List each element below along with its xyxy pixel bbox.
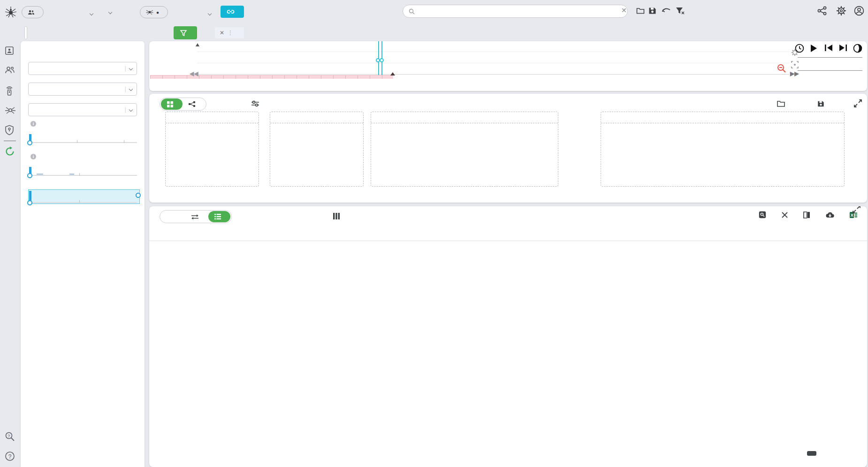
columns-button[interactable]: [333, 213, 343, 219]
share-icon[interactable]: [817, 6, 827, 15]
response-status-select[interactable]: |: [28, 83, 137, 96]
chart-zoom-icon[interactable]: [832, 114, 840, 121]
start-time-input[interactable]: [798, 56, 862, 58]
attach-button[interactable]: [221, 6, 244, 18]
compare-button[interactable]: [803, 211, 814, 218]
hide-card-icon[interactable]: [169, 114, 178, 121]
duration-slider[interactable]: [28, 189, 137, 209]
help-icon[interactable]: ?: [5, 451, 15, 461]
search-help-icon[interactable]: ?: [5, 431, 15, 442]
close-icon: [782, 212, 788, 218]
fit-view-icon[interactable]: [791, 61, 799, 68]
slider-handle[interactable]: [27, 173, 32, 178]
chart-zoom-icon[interactable]: [546, 114, 554, 121]
save-icon[interactable]: [648, 7, 656, 15]
spider-logo-icon: [4, 5, 18, 19]
clock-icon[interactable]: [795, 44, 804, 53]
view-tabs: [24, 26, 27, 39]
results-toolbar: X: [149, 206, 867, 227]
badge-icon[interactable]: [5, 46, 15, 56]
response-size-slider[interactable]: [28, 162, 137, 182]
undo-icon[interactable]: [662, 7, 671, 14]
y-axis-arrow: [196, 43, 199, 46]
parsing-status-select[interactable]: |: [28, 62, 137, 75]
end-time-input[interactable]: [798, 69, 862, 71]
http-response-panel: | | | i i: [21, 53, 145, 213]
skip-right-icon[interactable]: ▶▶: [790, 70, 799, 77]
contacts-icon[interactable]: [5, 66, 15, 76]
open-folder-icon[interactable]: [636, 7, 645, 15]
show-button[interactable]: [759, 211, 769, 218]
hide-card-icon[interactable]: [274, 114, 282, 121]
skip-left-icon[interactable]: ◀◀: [190, 70, 198, 77]
hide-card-icon[interactable]: [375, 114, 383, 121]
heatmap-plot: [601, 123, 844, 186]
spider-agent-icon[interactable]: [5, 106, 15, 116]
stats-icon: [167, 213, 175, 220]
skip-end-icon[interactable]: [838, 44, 848, 53]
account-icon[interactable]: [854, 6, 864, 16]
chip-close-icon[interactable]: ✕: [220, 30, 224, 36]
columns-icon: [333, 213, 340, 219]
tab-dashboard[interactable]: [161, 98, 183, 110]
save-dashboard-button[interactable]: [817, 100, 828, 107]
show-icon: [759, 211, 766, 218]
tab-sequence-diagram[interactable]: [185, 211, 208, 222]
slider-handle[interactable]: [27, 140, 32, 145]
time-controls: [795, 44, 862, 53]
clear-button[interactable]: [782, 212, 791, 218]
play-icon[interactable]: [809, 44, 819, 53]
tab-stats[interactable]: [161, 211, 185, 222]
filter-remove-icon[interactable]: [676, 7, 685, 15]
top-bar: ● ✕: [0, 0, 868, 23]
agent-dropdown-caret[interactable]: [208, 9, 211, 16]
configure-button[interactable]: [251, 100, 263, 107]
svg-text:?: ?: [8, 453, 12, 460]
team-select[interactable]: [22, 6, 44, 18]
expand-results-icon[interactable]: [853, 206, 860, 213]
time-mode-icon[interactable]: [853, 44, 862, 53]
chart-zoom-icon[interactable]: [246, 114, 255, 121]
tune-icon: [251, 100, 259, 107]
shield-icon[interactable]: [5, 125, 15, 135]
chip-drag-handle[interactable]: ⋮: [228, 30, 233, 36]
heatmap-card: [601, 112, 845, 187]
cloud-download-icon: [826, 211, 834, 218]
rail-divider: [4, 141, 16, 141]
content-length-slider[interactable]: [28, 129, 137, 149]
view-row: ✕ ⋮: [0, 21, 868, 39]
data-select[interactable]: [100, 6, 117, 18]
status-codes-card: [371, 112, 558, 187]
team-dropdown-caret[interactable]: [90, 9, 93, 16]
slider-handle[interactable]: [136, 193, 141, 198]
filters-button[interactable]: [174, 26, 197, 39]
download-button[interactable]: [826, 211, 838, 218]
content-length-label: i: [28, 121, 137, 127]
zoom-out-icon[interactable]: [777, 64, 786, 73]
gear-icon[interactable]: [836, 6, 846, 16]
svg-text:X: X: [851, 213, 853, 218]
skip-start-icon[interactable]: [824, 44, 833, 53]
info-icon: i: [30, 121, 36, 127]
filters-title: [21, 41, 145, 53]
load-button[interactable]: [777, 100, 789, 107]
compare-icon: [803, 211, 810, 218]
tab-map[interactable]: [183, 98, 205, 110]
refresh-icon[interactable]: [5, 146, 15, 157]
results-actions: X: [746, 211, 860, 218]
remote-device-icon[interactable]: [5, 85, 15, 96]
tab-list[interactable]: [208, 211, 230, 222]
search-input[interactable]: [403, 5, 628, 18]
agent-select[interactable]: ●: [140, 6, 168, 18]
expand-dashboard-icon[interactable]: [854, 99, 862, 107]
dashboard-panel: [149, 94, 867, 203]
search-clear-icon[interactable]: ✕: [621, 7, 627, 14]
link-icon: [227, 9, 235, 15]
slider-handle[interactable]: [27, 200, 32, 205]
selection-handle[interactable]: [380, 58, 384, 62]
content-type-select[interactable]: |: [28, 103, 137, 116]
hide-card-icon[interactable]: [605, 114, 613, 121]
table-header: [149, 228, 867, 241]
chart-zoom-icon[interactable]: [351, 114, 359, 121]
list-icon: [214, 214, 221, 219]
